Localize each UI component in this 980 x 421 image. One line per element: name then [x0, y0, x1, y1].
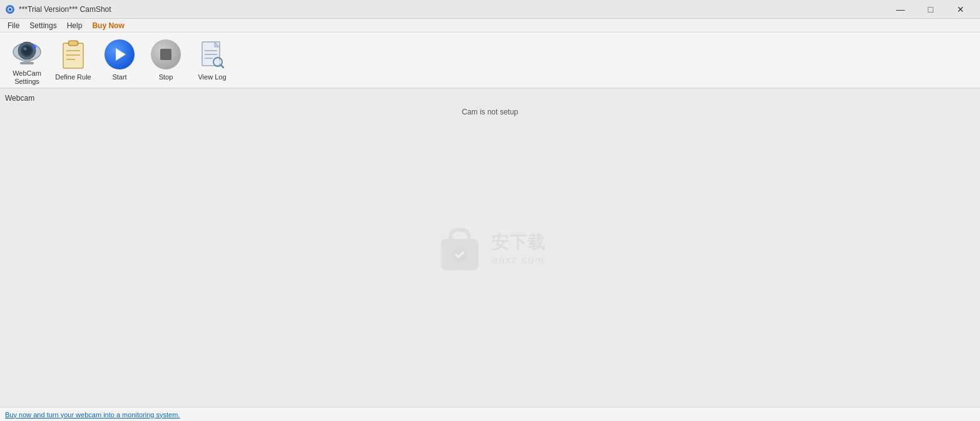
define-rule-button[interactable]: Define Rule — [51, 35, 95, 85]
content-area: Webcam Cam is not setup 安下载 anxz.com — [0, 89, 980, 407]
menu-help[interactable]: Help — [62, 19, 88, 32]
webcam-label: Webcam — [5, 94, 34, 103]
svg-rect-13 — [69, 41, 77, 45]
clipboard-icon — [57, 38, 89, 71]
menu-settings[interactable]: Settings — [24, 19, 61, 32]
view-log-label: View Log — [198, 73, 226, 81]
close-button[interactable]: ✕ — [946, 0, 975, 19]
webcam-settings-button[interactable]: WebCam Settings — [5, 35, 49, 85]
webcam-settings-label: WebCam Settings — [8, 69, 46, 86]
stop-button[interactable]: Stop — [144, 35, 188, 85]
title-bar: ***Trial Version*** CamShot — □ ✕ — [0, 0, 980, 19]
app-icon — [5, 4, 15, 14]
title-bar-controls: — □ ✕ — [886, 0, 975, 19]
svg-point-2 — [9, 8, 11, 11]
start-button[interactable]: Start — [98, 35, 141, 85]
view-log-button[interactable]: View Log — [190, 35, 234, 85]
webcam-icon — [11, 34, 43, 67]
svg-rect-9 — [20, 62, 34, 64]
status-bar: Buy now and turn your webcam into a moni… — [0, 407, 980, 421]
stop-label: Stop — [159, 73, 173, 81]
minimize-button[interactable]: — — [886, 0, 915, 19]
title-bar-left: ***Trial Version*** CamShot — [5, 4, 111, 14]
maximize-button[interactable]: □ — [916, 0, 945, 19]
define-rule-label: Define Rule — [55, 73, 91, 81]
window-title: ***Trial Version*** CamShot — [19, 5, 111, 14]
menu-buynow[interactable]: Buy Now — [87, 19, 129, 32]
status-text[interactable]: Buy now and turn your webcam into a moni… — [5, 411, 180, 418]
svg-rect-11 — [63, 43, 83, 68]
viewlog-icon — [196, 38, 228, 71]
watermark-bag-icon — [435, 223, 485, 273]
watermark: 安下载 anxz.com — [435, 223, 546, 273]
svg-point-7 — [24, 47, 27, 50]
play-icon — [103, 38, 136, 71]
svg-point-6 — [23, 46, 31, 55]
watermark-text: 安下载 anxz.com — [491, 231, 546, 266]
menu-file[interactable]: File — [3, 19, 24, 32]
svg-line-24 — [221, 65, 223, 68]
toolbar: WebCam Settings Define Rule Start — [0, 33, 980, 89]
svg-point-23 — [215, 59, 220, 64]
cam-status: Cam is not setup — [462, 108, 518, 116]
menu-bar: File Settings Help Buy Now — [0, 19, 980, 33]
stop-icon — [150, 38, 182, 71]
start-label: Start — [112, 73, 126, 81]
svg-point-10 — [33, 45, 36, 49]
